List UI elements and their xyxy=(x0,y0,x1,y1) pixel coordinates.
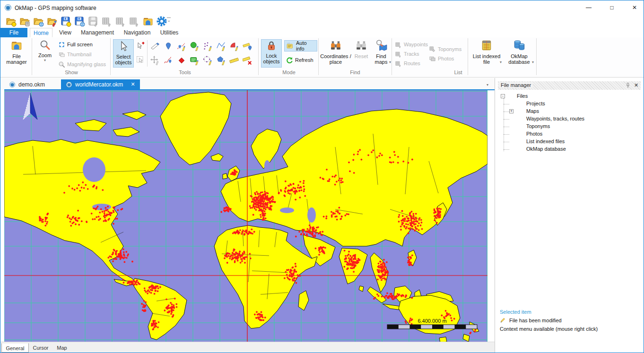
maximize-button[interactable]: □ xyxy=(607,4,617,12)
minimize-button[interactable]: — xyxy=(583,4,594,12)
collapse-node-icon[interactable]: - xyxy=(501,94,505,98)
list-tracks-button: Tracks xyxy=(395,50,419,58)
qat-overflow-icon[interactable]: ⌄ xyxy=(167,17,171,23)
export-disabled-icon[interactable] xyxy=(87,16,99,27)
ruler-tool-icon[interactable] xyxy=(229,55,240,66)
file-manager-icon xyxy=(10,39,23,52)
settings-gear-icon[interactable] xyxy=(156,16,167,27)
map-canvas[interactable]: 6.400.000 m xyxy=(4,90,487,342)
pin-panel-icon[interactable] xyxy=(625,82,631,89)
status-tab-general[interactable]: General xyxy=(1,343,29,353)
list-indexed-file-icon xyxy=(480,39,493,52)
document-tab-demo.okm[interactable]: demo.okm xyxy=(4,79,61,89)
sector-tool-icon[interactable] xyxy=(229,41,240,52)
ribbon-tab-home[interactable]: Home xyxy=(30,28,52,37)
route-edit-tool-icon[interactable] xyxy=(176,41,187,52)
close-panel-icon[interactable]: ✕ xyxy=(634,82,638,88)
open-project-icon[interactable] xyxy=(5,16,17,27)
refresh-button[interactable]: Refresh xyxy=(284,54,320,66)
toponyms-icon xyxy=(429,46,436,53)
selected-item-link[interactable]: Selected item xyxy=(500,309,531,315)
polyline-tool-icon[interactable] xyxy=(216,41,226,52)
folder-icon[interactable] xyxy=(142,16,154,27)
find-group-label: Find xyxy=(336,69,374,75)
save-project-icon[interactable] xyxy=(60,16,71,27)
tree-connector xyxy=(504,149,509,150)
grid-tool-disabled-icon[interactable] xyxy=(129,16,140,27)
tree-item-okmap-database[interactable]: OkMap database xyxy=(526,146,566,152)
tree-item-toponyms[interactable]: Toponyms xyxy=(526,123,550,129)
list-toponyms-button: Toponyms xyxy=(429,45,461,53)
doc-tab-icon xyxy=(66,81,72,88)
ribbon-tab-management[interactable]: Management xyxy=(77,28,118,37)
reset-find-button[interactable]: Reset xyxy=(352,39,370,59)
move-anchor-tool-icon[interactable] xyxy=(150,55,160,66)
close-tab-icon[interactable]: ✕ xyxy=(131,81,135,87)
doc-tab-icon xyxy=(9,81,16,88)
zoom-dropdown-icon[interactable]: ▾ xyxy=(35,58,55,62)
ruler-delete-tool-icon[interactable] xyxy=(243,55,253,66)
tree-item-projects[interactable]: Projects xyxy=(526,101,545,106)
status-tab-map[interactable]: Map xyxy=(52,343,71,353)
lock-objects-button[interactable]: Lock objects xyxy=(261,39,282,68)
tree-connector xyxy=(504,119,509,120)
waypoints-icon xyxy=(395,41,402,48)
select-objects-button[interactable]: Select objects xyxy=(113,39,134,68)
grid-tool-disabled-icon[interactable] xyxy=(101,16,113,27)
tab-list-dropdown-icon[interactable]: ▾ xyxy=(487,83,488,87)
file-manager-button[interactable]: File manager xyxy=(3,39,30,65)
document-tab-worldMercator.okm[interactable]: worldMercator.okm✕ xyxy=(61,79,140,89)
group-separator xyxy=(318,38,319,75)
tracks-icon xyxy=(395,51,402,58)
refresh-icon xyxy=(286,56,293,64)
waypoint-tool-icon[interactable] xyxy=(163,41,174,52)
multipoint-tool-icon[interactable] xyxy=(203,41,213,52)
ribbon-tab-view[interactable]: View xyxy=(54,28,76,37)
expand-node-icon[interactable]: + xyxy=(509,109,513,113)
ribbon-tab-file[interactable]: File xyxy=(0,28,27,37)
find-maps-dropdown-icon[interactable]: ▾ xyxy=(389,60,391,64)
eraser-tool-icon[interactable] xyxy=(150,41,160,52)
tree-item-list-indexed-files[interactable]: List indexed files xyxy=(526,138,565,144)
okmap-database-button[interactable]: OkMap database ▾ xyxy=(505,39,534,65)
add-to-selection-icon[interactable] xyxy=(136,41,145,51)
tree-item-maps[interactable]: Maps xyxy=(526,108,539,114)
list-indexed-file-button[interactable]: List indexed file ▾ xyxy=(471,39,502,65)
tree-connector xyxy=(504,142,509,143)
auto-info-icon xyxy=(286,42,294,50)
note-tool-icon[interactable] xyxy=(190,55,200,66)
tree-connector xyxy=(504,134,509,135)
tree-item-waypoints-tracks-routes[interactable]: Waypoints, tracks, routes xyxy=(526,116,584,121)
full-screen-button-icon xyxy=(58,41,65,48)
polygon-tool-icon[interactable] xyxy=(216,55,226,66)
vertex-tool-icon[interactable] xyxy=(176,55,187,66)
tree-item-files[interactable]: Files xyxy=(517,93,528,99)
zoom-button[interactable]: Zoom ▾ xyxy=(35,39,55,62)
auto-info-button[interactable]: Auto info xyxy=(284,40,317,52)
list-routes-button: Routes xyxy=(395,59,420,68)
coordinates-place-button[interactable]: Coordinates / place xyxy=(320,39,351,65)
track-edit-tool-icon[interactable] xyxy=(163,55,174,66)
ribbon-tab-utilities[interactable]: Utilities xyxy=(157,28,182,37)
point-circle-tool-icon[interactable] xyxy=(203,55,213,66)
measure-attach-tool-icon[interactable] xyxy=(243,41,253,52)
area-circle-tool-icon[interactable] xyxy=(190,41,200,52)
grid-tool-disabled-icon[interactable] xyxy=(115,16,126,27)
list-indexed-dropdown-icon[interactable]: ▾ xyxy=(500,60,502,64)
close-button[interactable]: ✕ xyxy=(629,4,640,12)
photos-icon xyxy=(429,55,436,62)
ribbon-tab-navigation[interactable]: Navigation xyxy=(120,28,155,37)
mini-separator xyxy=(147,40,148,67)
open-web-map-icon[interactable] xyxy=(33,16,44,27)
scale-label: 6.400.000 m xyxy=(418,318,446,324)
full-screen-button[interactable]: Full screen xyxy=(58,40,109,49)
open-import-icon[interactable] xyxy=(19,16,30,27)
find-maps-button[interactable]: Find maps ▾ xyxy=(371,39,391,65)
status-tab-cursor[interactable]: Cursor xyxy=(30,343,52,353)
save-web-icon[interactable] xyxy=(74,16,85,27)
tree-item-photos[interactable]: Photos xyxy=(526,131,542,137)
quick-access-toolbar xyxy=(0,15,190,27)
open-edit-icon[interactable] xyxy=(46,16,58,27)
thumbnail-button: Thumbnail xyxy=(58,50,109,59)
okmap-db-dropdown-icon[interactable]: ▾ xyxy=(532,60,534,64)
